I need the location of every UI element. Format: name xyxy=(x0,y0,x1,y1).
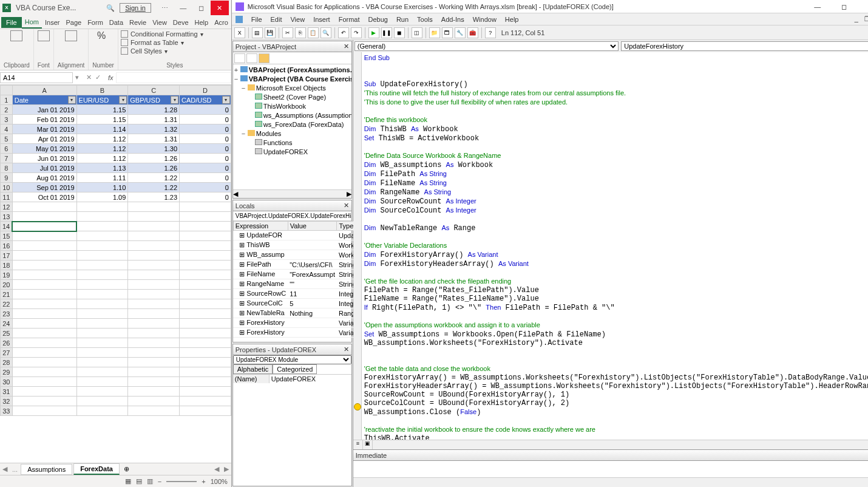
cell[interactable]: 0 xyxy=(180,105,231,115)
cell[interactable]: 1.26 xyxy=(128,163,180,173)
cell[interactable]: Feb 01 2019 xyxy=(12,115,76,124)
cell[interactable] xyxy=(76,241,128,251)
menu-format[interactable]: Format xyxy=(339,16,360,23)
cell[interactable]: 1.32 xyxy=(128,124,180,134)
help-button[interactable]: ? xyxy=(485,27,496,38)
tree-node[interactable]: ThisWorkbook xyxy=(234,102,350,111)
cell[interactable] xyxy=(180,231,231,241)
immediate-hscroll[interactable] xyxy=(353,477,868,487)
cell[interactable] xyxy=(76,222,128,231)
procedure-view-icon[interactable]: ≡ xyxy=(353,440,363,449)
row-header[interactable]: 17 xyxy=(1,251,13,261)
cell[interactable] xyxy=(128,367,180,377)
menu-window[interactable]: Window xyxy=(473,16,497,23)
cell[interactable]: 1.14 xyxy=(76,124,128,134)
cell[interactable] xyxy=(128,251,180,261)
cell[interactable] xyxy=(180,406,231,416)
tree-node[interactable]: −VBAProject (VBA Course Exercises - xyxy=(234,75,350,84)
cell[interactable]: 1.22 xyxy=(128,173,180,183)
cell[interactable]: 1.09 xyxy=(76,192,128,202)
search-icon[interactable]: 🔍 xyxy=(106,4,115,12)
tab-categorized[interactable]: Categorized xyxy=(273,364,317,374)
filter-dropdown-icon[interactable]: ▾ xyxy=(119,96,127,104)
cell[interactable]: 0 xyxy=(180,173,231,183)
pagebreak-view-icon[interactable]: ▥ xyxy=(147,477,153,485)
tab-nav-more[interactable]: ... xyxy=(10,466,20,473)
row-header[interactable]: 7 xyxy=(1,154,13,163)
cell[interactable] xyxy=(12,319,76,329)
cell[interactable]: Jun 01 2019 xyxy=(12,154,76,163)
cell[interactable] xyxy=(12,309,76,319)
cell[interactable] xyxy=(180,338,231,348)
tree-node[interactable]: −Microsoft Excel Objects xyxy=(234,84,350,93)
cell[interactable] xyxy=(180,348,231,358)
mdi-min-icon[interactable]: _ xyxy=(852,15,861,23)
ribbon-tab[interactable]: Form xyxy=(84,17,106,28)
conditional-formatting-button[interactable]: Conditional Formatting ▾ xyxy=(121,30,229,38)
redo-button[interactable]: ↷ xyxy=(351,27,362,38)
cell[interactable] xyxy=(180,358,231,367)
cell[interactable]: 0 xyxy=(180,124,231,134)
cell[interactable] xyxy=(128,270,180,280)
cell[interactable] xyxy=(76,231,128,241)
row-header[interactable]: 29 xyxy=(1,367,13,377)
row-header[interactable]: 24 xyxy=(1,319,13,329)
tree-node[interactable]: Functions xyxy=(234,138,350,148)
menu-debug[interactable]: Debug xyxy=(368,16,388,23)
undo-button[interactable]: ↶ xyxy=(338,27,349,38)
filter-dropdown-icon[interactable]: ▾ xyxy=(222,96,230,104)
close-button[interactable]: ✕ xyxy=(211,1,229,15)
cell[interactable] xyxy=(12,202,76,212)
tree-node[interactable]: Sheet2 (Cover Page) xyxy=(234,93,350,102)
cell[interactable]: 1.30 xyxy=(128,144,180,154)
cell[interactable] xyxy=(128,387,180,397)
cell[interactable] xyxy=(12,261,76,270)
formula-input[interactable] xyxy=(116,72,231,83)
cell[interactable] xyxy=(128,290,180,299)
menu-run[interactable]: Run xyxy=(396,16,409,23)
cell[interactable] xyxy=(128,348,180,358)
cell[interactable]: 1.31 xyxy=(128,134,180,144)
cell[interactable] xyxy=(76,406,128,416)
procedure-dropdown[interactable]: UpdateForexHistory xyxy=(621,41,868,51)
tab-scroll-right-icon[interactable]: ▶ xyxy=(222,465,231,473)
zoom-level[interactable]: 100% xyxy=(211,478,228,485)
cell[interactable] xyxy=(12,358,76,367)
cell-styles-button[interactable]: Cell Styles ▾ xyxy=(121,47,229,55)
cell[interactable] xyxy=(76,290,128,299)
cell[interactable] xyxy=(180,387,231,397)
close-panel-icon[interactable]: ✕ xyxy=(344,202,349,209)
close-panel-icon[interactable]: ✕ xyxy=(344,43,349,50)
cancel-icon[interactable]: ✕ xyxy=(86,73,92,81)
zoom-out-button[interactable]: − xyxy=(158,478,161,485)
cell[interactable]: Aug 01 2019 xyxy=(12,173,76,183)
clipboard-button[interactable] xyxy=(10,30,22,43)
tree-hscroll[interactable]: ◀▶ xyxy=(233,189,351,198)
ribbon-tab[interactable]: Deve xyxy=(170,17,192,28)
cell[interactable]: 0 xyxy=(180,144,231,154)
filter-dropdown-icon[interactable]: ▾ xyxy=(171,96,178,104)
file-tab[interactable]: File xyxy=(1,17,22,28)
menu-tools[interactable]: Tools xyxy=(417,16,433,23)
run-button[interactable]: ▶ xyxy=(368,27,379,38)
tree-node[interactable]: −Modules xyxy=(234,129,350,138)
locals-col[interactable]: Expression xyxy=(233,222,288,231)
cell[interactable] xyxy=(128,319,180,329)
cell[interactable] xyxy=(76,280,128,290)
cell[interactable] xyxy=(180,261,231,270)
name-box[interactable] xyxy=(0,72,73,83)
row-header[interactable]: 8 xyxy=(1,163,13,173)
cell[interactable]: 1.12 xyxy=(76,154,128,163)
col-header[interactable]: D xyxy=(180,86,231,95)
col-header[interactable]: A xyxy=(12,86,76,95)
expand-icon[interactable]: − xyxy=(242,84,248,93)
cell[interactable] xyxy=(76,309,128,319)
maximize-button[interactable]: ◻ xyxy=(192,1,211,15)
sheet-tab-assumptions[interactable]: Assumptions xyxy=(21,464,72,475)
cell[interactable] xyxy=(180,299,231,309)
cell[interactable] xyxy=(76,212,128,222)
expand-icon[interactable]: − xyxy=(234,75,240,84)
row-header[interactable]: 9 xyxy=(1,173,13,183)
row-header[interactable]: 4 xyxy=(1,124,13,134)
cell[interactable]: 1.28 xyxy=(128,105,180,115)
